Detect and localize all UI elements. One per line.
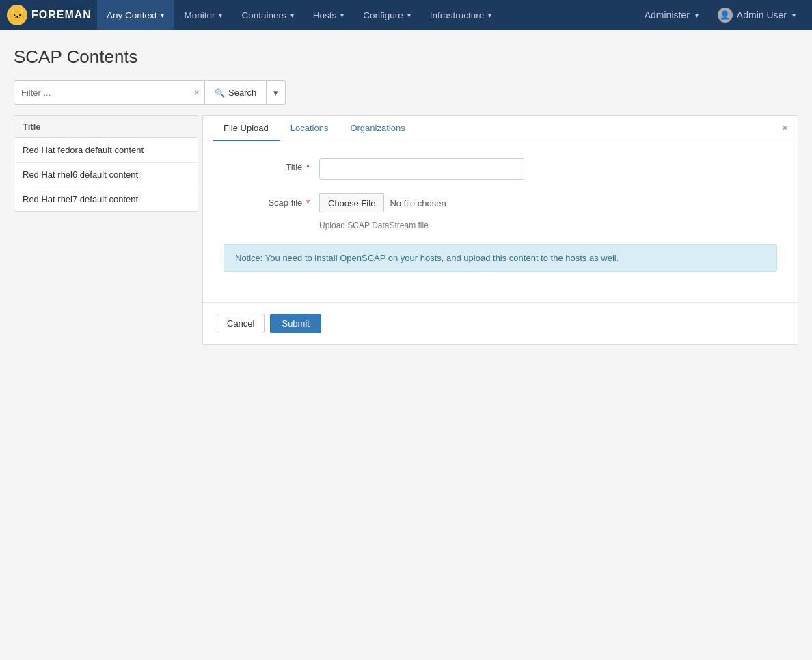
administer-caret: ▾	[695, 12, 699, 19]
submit-label: Submit	[282, 318, 309, 329]
search-dropdown-button[interactable]: ▾	[267, 80, 286, 105]
cancel-label: Cancel	[227, 318, 254, 329]
nav-infrastructure-caret: ▾	[488, 12, 491, 19]
search-icon	[215, 87, 225, 98]
brand-icon: 🐱	[7, 5, 27, 25]
brand[interactable]: 🐱 FOREMAN	[7, 5, 92, 25]
nav-containers-caret: ▾	[290, 12, 294, 19]
list-item-label: Red Hat rhel6 default content	[23, 169, 138, 180]
context-switcher[interactable]: Any Context ▾	[97, 0, 175, 30]
sidebar-list: Title Red Hat fedora default content Red…	[14, 115, 198, 212]
nav-containers-label: Containers	[241, 10, 286, 20]
list-item[interactable]: Red Hat rhel7 default content	[14, 187, 198, 211]
list-item-label: Red Hat fedora default content	[23, 145, 144, 155]
navbar: 🐱 FOREMAN Any Context ▾ Monitor ▾ Contai…	[0, 0, 812, 30]
panel-body: Title * Scap file *	[203, 141, 798, 302]
tab-locations-label: Locations	[290, 123, 329, 133]
brand-label: FOREMAN	[31, 9, 92, 21]
user-icon: 👤	[718, 8, 733, 23]
filter-input-wrap: ×	[14, 80, 205, 105]
nav-hosts-caret: ▾	[340, 12, 344, 19]
file-input-wrap: Choose File No file chosen Upload SCAP D…	[319, 193, 446, 230]
title-label: Title *	[224, 158, 319, 172]
file-chosen-text: No file chosen	[390, 198, 446, 208]
administer-menu[interactable]: Administer ▾	[635, 0, 708, 30]
nav-items: Monitor ▾ Containers ▾ Hosts ▾ Configure…	[174, 0, 634, 30]
tab-organizations-label: Organizations	[350, 123, 405, 133]
sidebar-header: Title	[14, 116, 198, 138]
nav-infrastructure[interactable]: Infrastructure ▾	[420, 0, 502, 30]
scap-file-form-group: Scap file * Choose File No file chosen U…	[224, 193, 777, 230]
choose-file-button[interactable]: Choose File	[319, 193, 384, 212]
notice-box: Notice: You need to install OpenSCAP on …	[224, 244, 777, 272]
nav-hosts-label: Hosts	[313, 10, 337, 20]
scap-file-required: *	[306, 197, 310, 208]
nav-infrastructure-label: Infrastructure	[430, 10, 485, 20]
filter-clear-icon[interactable]: ×	[194, 87, 200, 98]
choose-file-label: Choose File	[328, 198, 375, 208]
user-label: Admin User	[737, 10, 787, 20]
nav-configure-caret: ▾	[407, 12, 411, 19]
nav-monitor-label: Monitor	[184, 10, 215, 20]
filter-row: × Search ▾	[14, 80, 798, 105]
file-input-row: Choose File No file chosen	[319, 193, 446, 212]
panel-wrap: File Upload Locations Organizations ×	[202, 115, 798, 345]
panel: File Upload Locations Organizations ×	[202, 115, 798, 345]
context-label: Any Context	[107, 10, 157, 20]
tab-bar: File Upload Locations Organizations ×	[203, 116, 798, 141]
panel-footer: Cancel Submit	[203, 302, 798, 344]
nav-hosts[interactable]: Hosts ▾	[303, 0, 354, 30]
context-caret: ▾	[161, 12, 164, 19]
title-required: *	[306, 162, 310, 172]
notice-text: Notice: You need to install OpenSCAP on …	[235, 253, 619, 263]
nav-configure-label: Configure	[363, 10, 403, 20]
file-help-text: Upload SCAP DataStream file	[319, 221, 429, 230]
submit-button[interactable]: Submit	[270, 314, 321, 333]
main-layout: Title Red Hat fedora default content Red…	[14, 115, 798, 345]
nav-monitor[interactable]: Monitor ▾	[174, 0, 232, 30]
search-label: Search	[228, 87, 256, 98]
scap-file-label: Scap file *	[224, 193, 319, 208]
nav-monitor-caret: ▾	[219, 12, 222, 19]
panel-close-icon[interactable]: ×	[782, 122, 788, 135]
list-item-label: Red Hat rhel7 default content	[23, 194, 138, 204]
administer-label: Administer	[645, 10, 690, 20]
user-caret: ▾	[792, 12, 796, 19]
list-item[interactable]: Red Hat rhel6 default content	[14, 163, 198, 187]
tab-organizations[interactable]: Organizations	[339, 116, 416, 141]
user-menu[interactable]: 👤 Admin User ▾	[708, 0, 805, 30]
filter-input[interactable]	[14, 80, 205, 105]
tab-file-upload[interactable]: File Upload	[213, 116, 280, 141]
title-form-group: Title *	[224, 158, 777, 180]
list-item[interactable]: Red Hat fedora default content	[14, 138, 198, 163]
dropdown-caret-icon: ▾	[273, 87, 278, 98]
title-input[interactable]	[319, 158, 524, 180]
nav-right: Administer ▾ 👤 Admin User ▾	[635, 0, 805, 30]
nav-configure[interactable]: Configure ▾	[353, 0, 420, 30]
cancel-button[interactable]: Cancel	[217, 314, 265, 333]
page-title: SCAP Contents	[14, 46, 798, 68]
nav-containers[interactable]: Containers ▾	[232, 0, 303, 30]
tab-locations[interactable]: Locations	[280, 116, 340, 141]
page-content: SCAP Contents × Search ▾ Title Red Hat f…	[0, 30, 812, 361]
tab-file-upload-label: File Upload	[224, 123, 269, 133]
search-button[interactable]: Search	[205, 80, 267, 105]
